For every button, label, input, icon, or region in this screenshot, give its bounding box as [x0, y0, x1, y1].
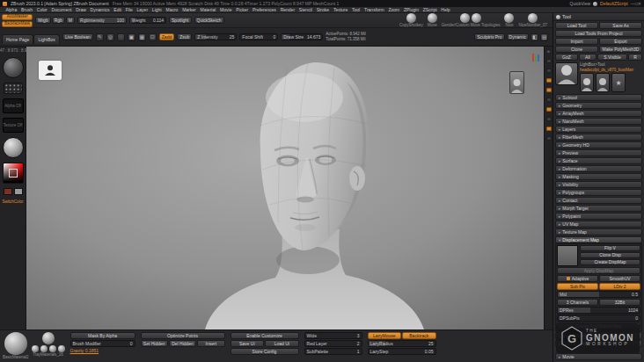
- goz-button[interactable]: GoZ: [555, 54, 578, 61]
- brush-shortcut[interactable]: NiceNumber_07: [518, 13, 547, 28]
- material-sphere[interactable]: [58, 345, 65, 352]
- tool-slot-thumbnail[interactable]: [580, 73, 594, 92]
- tool-section-header[interactable]: ▸ Polygroups: [555, 189, 642, 196]
- smoothuv-toggle[interactable]: SmoothUV: [599, 275, 640, 282]
- shelf-icon-active[interactable]: [546, 88, 552, 92]
- perspective-icon[interactable]: ⛋: [149, 33, 157, 41]
- menu-item[interactable]: Brush: [19, 8, 35, 12]
- three-channels-toggle[interactable]: 3 Channels: [557, 299, 598, 306]
- export-button[interactable]: Export: [599, 38, 642, 45]
- collapse-tray-icon[interactable]: »: [547, 49, 550, 54]
- focal-shift-slider[interactable]: Focal Shift 0: [239, 33, 278, 40]
- tool-section-header[interactable]: ▸ Morph Target: [555, 205, 642, 212]
- menu-item[interactable]: Macro: [164, 8, 180, 12]
- window-control-icon[interactable]: ✕: [638, 1, 641, 6]
- tool-section-header[interactable]: ▸ Contact: [555, 197, 642, 204]
- menu-item[interactable]: Tool: [350, 8, 362, 12]
- menu-item[interactable]: ZPlugin: [402, 8, 421, 12]
- lazy-radius-slider[interactable]: LazyRadius 25: [368, 340, 436, 347]
- clone-button[interactable]: Clone: [555, 46, 598, 53]
- current-material-thumbnail[interactable]: [3, 137, 24, 158]
- paint-mode-button[interactable]: Rgb: [52, 17, 65, 24]
- canvas-tab[interactable]: Home Page: [2, 34, 33, 44]
- menu-item[interactable]: Stroke: [314, 8, 331, 12]
- dynamic-mode-button[interactable]: Dynamic: [507, 33, 529, 40]
- menu-item[interactable]: Dynamics: [88, 8, 112, 12]
- dpsubpix-slider[interactable]: DPSubPix 0: [557, 315, 640, 322]
- material-preview-sphere[interactable]: [4, 332, 27, 355]
- tool-section-header[interactable]: ▸ Masking: [555, 173, 642, 180]
- menu-item[interactable]: ZScript: [421, 8, 439, 12]
- menu-item[interactable]: File: [123, 8, 135, 12]
- menu-item[interactable]: Draw: [74, 8, 88, 12]
- ldiv-slider[interactable]: LDiv 2: [599, 283, 640, 290]
- alpha-slot[interactable]: Alpha Off: [3, 98, 24, 113]
- material-sphere[interactable]: [40, 345, 48, 352]
- gravity-link[interactable]: Gravity 0.1851: [70, 348, 135, 353]
- rgb-intensity-slider[interactable]: RgbIntensity 100: [77, 17, 127, 24]
- tool-section-header[interactable]: ▸ NanoMesh: [555, 118, 642, 125]
- dispmap-preview[interactable]: [557, 245, 578, 266]
- displacement-map-section-header[interactable]: ▾ Displacement Map: [555, 236, 642, 243]
- menu-item[interactable]: Stencil: [296, 8, 314, 12]
- movie-palette-header[interactable]: ▸ Movie: [555, 353, 642, 360]
- document-canvas[interactable]: [26, 47, 544, 329]
- sculptris-pro-button[interactable]: Sculptris Pro: [474, 33, 504, 40]
- dpres-slider[interactable]: DPRes 1024: [557, 307, 640, 314]
- tool-palette-header[interactable]: Tool: [553, 13, 644, 21]
- current-brush-thumbnail[interactable]: [3, 57, 24, 78]
- dispmap-option-button[interactable]: Flip V: [580, 245, 640, 251]
- screenshot-icon[interactable]: ▤: [540, 33, 548, 41]
- document-bust-icon[interactable]: [39, 61, 62, 80]
- shelf-icon[interactable]: [546, 59, 552, 63]
- tool-section-header[interactable]: ▸ Surface: [555, 157, 642, 164]
- bit32-toggle[interactable]: 32Bit: [599, 299, 640, 306]
- render-icon[interactable]: ◧: [531, 33, 538, 41]
- stroke-type-thumbnail[interactable]: [4, 83, 23, 94]
- live-boolean-button[interactable]: Live Boolean: [62, 33, 93, 40]
- goz-r-button[interactable]: R: [628, 54, 642, 61]
- load-tools-from-project-button[interactable]: Load Tools From Project: [555, 30, 642, 37]
- subpix-slider[interactable]: Sub Pix: [557, 283, 598, 290]
- brush-shortcut[interactable]: Nice: [504, 13, 514, 28]
- zadd-button[interactable]: Zadd: [159, 33, 174, 40]
- brush-shortcut[interactable]: Gender/Custom Move Topologies: [442, 13, 501, 28]
- lazymouse-toggle[interactable]: Backtrack: [402, 332, 436, 339]
- draw-size-slider[interactable]: Draw Size 14.673: [281, 33, 323, 40]
- menu-item[interactable]: Layer: [135, 8, 150, 12]
- lasso-icon[interactable]: ◌: [117, 33, 125, 41]
- color-picker-inner[interactable]: [9, 169, 18, 177]
- canvas-tab[interactable]: LightBox: [33, 34, 59, 44]
- spotlight-button[interactable]: Spotlight: [169, 17, 191, 24]
- frame-icon[interactable]: ▣: [128, 33, 135, 41]
- grid-icon[interactable]: ▦: [138, 33, 146, 41]
- menu-item[interactable]: Transform: [362, 8, 386, 12]
- menu-item[interactable]: Edit: [112, 8, 123, 12]
- tool-slot-thumbnail[interactable]: [596, 73, 610, 92]
- shelf-icon[interactable]: [546, 69, 552, 73]
- brush-shortcut[interactable]: CopyShotkey: [399, 13, 423, 28]
- color-picker[interactable]: [3, 163, 24, 184]
- secondary-color-swatch[interactable]: [14, 188, 23, 195]
- menu-item[interactable]: Document: [49, 8, 74, 12]
- ui-slider[interactable]: Wide 3: [304, 332, 362, 339]
- mid-slider[interactable]: Mid 0.5: [557, 291, 640, 298]
- menu-item[interactable]: Help: [439, 8, 452, 12]
- optimize-points-button[interactable]: Optimize Points: [141, 332, 225, 339]
- quicksketch-button[interactable]: QuickSketch: [194, 17, 224, 24]
- quickview-button[interactable]: QuickView: [570, 1, 591, 6]
- material-sphere[interactable]: [32, 345, 39, 352]
- visibility-button[interactable]: Insert: [197, 340, 224, 347]
- visibility-button[interactable]: Set Hidden: [141, 340, 168, 347]
- adaptive-toggle[interactable]: Adaptive: [557, 275, 598, 282]
- import-button[interactable]: Import: [555, 38, 598, 45]
- goz-all-button[interactable]: All: [579, 54, 596, 61]
- menu-item[interactable]: Alpha: [4, 8, 19, 12]
- texture-slot[interactable]: Texture Off: [3, 118, 24, 133]
- menu-item[interactable]: Preferences: [251, 8, 279, 12]
- z-intensity-slider[interactable]: Z Intensity 25: [194, 33, 237, 40]
- ui-slider[interactable]: Red Layer 2: [304, 340, 362, 347]
- shelf-icon-active[interactable]: [546, 127, 552, 131]
- default-zscript-button[interactable]: DefaultZScript: [600, 1, 628, 6]
- tool-section-header[interactable]: ▸ Geometry HD: [555, 141, 642, 148]
